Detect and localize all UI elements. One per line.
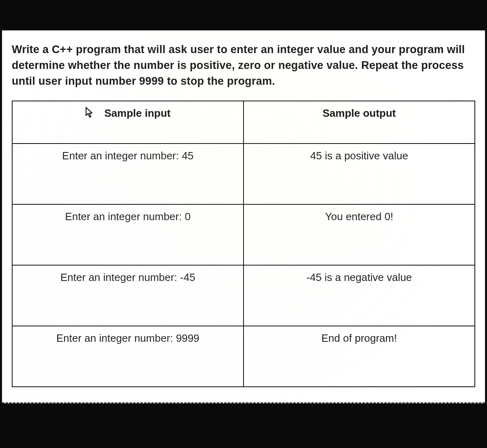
problem-statement: Write a C++ program that will ask user t…	[12, 42, 475, 89]
sentinel-value: 9999	[139, 75, 164, 87]
table-row: Enter an integer number: 0 You entered 0…	[12, 204, 475, 265]
header-input-label: Sample input	[104, 107, 170, 119]
sep1: ,	[232, 59, 238, 71]
table-row: Enter an integer number: 9999 End of pro…	[12, 326, 475, 387]
input-cell: Enter an integer number: 9999	[12, 326, 244, 387]
header-output: Sample output	[244, 101, 475, 144]
table-row: Enter an integer number: 45 45 is a posi…	[12, 144, 475, 204]
output-cell: You entered 0!	[244, 204, 475, 265]
input-cell: Enter an integer number: -45	[12, 265, 244, 326]
cursor-icon	[85, 107, 94, 121]
keyword-positive: positive	[190, 59, 232, 71]
output-cell: End of program!	[244, 326, 475, 387]
input-cell: Enter an integer number: 0	[12, 204, 244, 265]
sep2: or	[261, 59, 278, 71]
document-page: Write a C++ program that will ask user t…	[1, 30, 486, 403]
table-header-row: Sample input Sample output	[12, 101, 475, 144]
input-cell: Enter an integer number: 45	[12, 144, 244, 204]
output-cell: -45 is a negative value	[244, 265, 475, 326]
bottom-divider	[2, 402, 485, 403]
problem-text-suffix: to stop the program.	[164, 75, 275, 87]
keyword-zero: zero	[238, 59, 261, 71]
keyword-negative: negative	[278, 59, 323, 71]
header-output-label: Sample output	[323, 107, 396, 119]
table-row: Enter an integer number: -45 -45 is a ne…	[12, 265, 475, 326]
header-input: Sample input	[12, 101, 244, 144]
output-cell: 45 is a positive value	[244, 144, 475, 204]
sample-table: Sample input Sample output Enter an inte…	[12, 101, 475, 387]
